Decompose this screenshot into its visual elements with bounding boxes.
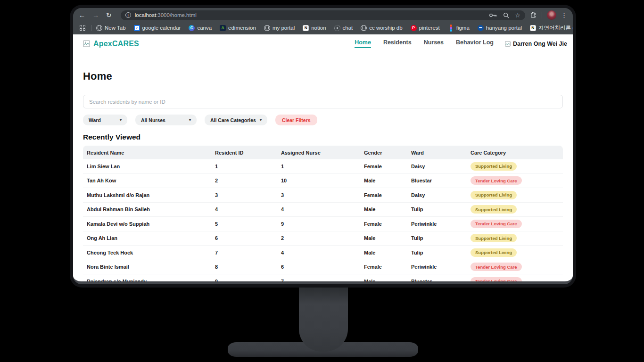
cell-resident-id: 3 <box>215 192 281 198</box>
table-row[interactable]: Kamala Devi w/o Suppiah 5 9 Female Periw… <box>83 217 563 231</box>
back-icon[interactable]: ← <box>79 12 85 18</box>
cell-resident-id: 9 <box>215 279 281 281</box>
broken-image-icon <box>83 40 90 47</box>
nav-item-nurses[interactable]: Nurses <box>424 39 444 48</box>
url-text: localhost:3000/home.html <box>135 12 197 18</box>
cell-ward: Daisy <box>411 192 471 198</box>
cell-gender: Male <box>364 206 411 212</box>
web-page: ApexCARES Home Residents Nurses Behavior… <box>73 34 573 281</box>
table-row[interactable]: Nora Binte Ismail 8 6 Female Periwinkle … <box>83 260 563 275</box>
cell-resident-name: Ong Ah Lian <box>87 235 215 241</box>
cell-assigned-nurse: 3 <box>281 192 364 198</box>
password-key-icon[interactable] <box>489 13 497 18</box>
bookmark-icon <box>334 25 340 31</box>
bookmark-item[interactable]: hanyang portal <box>478 25 522 31</box>
bookmark-icon <box>264 25 270 31</box>
page-content: Home Ward ▾ All Nurses ▾ All Care Catego… <box>73 70 573 281</box>
bookmark-item[interactable]: New Tab <box>96 25 126 31</box>
cell-ward: Periwinkle <box>411 221 471 227</box>
brand[interactable]: ApexCARES <box>83 40 139 48</box>
table-row[interactable]: Muthu Lakshmi d/o Rajan 3 3 Female Daisy… <box>83 188 563 203</box>
extensions-icon[interactable] <box>530 11 537 20</box>
filter-dropdown[interactable]: All Nurses ▾ <box>135 115 197 125</box>
table-header-cell: Ward <box>411 150 471 156</box>
bookmark-label: cc worship db <box>369 25 402 31</box>
filter-label: All Care Categories <box>210 117 256 123</box>
table-row[interactable]: Rajendran s/o Muniandy 9 7 Male Bluestar… <box>83 274 563 281</box>
toolbar-divider <box>542 12 542 18</box>
monitor-stand-neck <box>299 286 348 352</box>
bookmark-item[interactable]: google calendar <box>134 25 181 31</box>
search-input[interactable] <box>83 95 563 108</box>
cell-gender: Male <box>364 250 411 255</box>
bookmark-label: New Tab <box>105 25 126 31</box>
url-path: :3000/home.html <box>156 12 197 18</box>
user-chip[interactable]: Darren Ong Wei Jie <box>505 41 567 47</box>
user-broken-image-icon <box>505 41 511 47</box>
profile-avatar[interactable] <box>547 10 556 20</box>
filter-dropdown[interactable]: All Care Categories ▾ <box>205 115 267 125</box>
bookmark-item[interactable]: cc worship db <box>361 25 402 31</box>
nav-item-behavior-log[interactable]: Behavior Log <box>456 39 494 48</box>
address-bar[interactable]: i localhost:3000/home.html ☆ <box>121 10 525 20</box>
site-info-icon[interactable]: i <box>125 12 131 18</box>
cell-gender: Female <box>364 264 411 270</box>
zoom-icon[interactable] <box>503 12 509 18</box>
bookmark-icon <box>448 25 454 31</box>
bookmark-label: notion <box>311 25 326 31</box>
apps-grid-icon[interactable] <box>80 25 85 31</box>
bookmark-icon <box>220 25 226 31</box>
table-row[interactable]: Lim Siew Lan 1 1 Female Daisy Supported … <box>83 159 563 174</box>
cell-assigned-nurse: 2 <box>281 235 364 241</box>
monitor-screen: ← → ↻ i localhost:3000/home.html ☆ <box>73 8 573 284</box>
filters-row: Ward ▾ All Nurses ▾ All Care Categories … <box>83 115 563 125</box>
bookmark-item[interactable]: notion <box>303 25 326 31</box>
bookmark-label: hanyang portal <box>486 25 522 31</box>
bookmark-item[interactable]: 자연어처리론 (Natur... <box>530 25 573 32</box>
care-category-badge: Tender Loving Care <box>471 277 522 281</box>
cell-resident-name: Tan Ah Kow <box>87 178 215 183</box>
table-header-cell: Care Category <box>471 150 559 156</box>
bookmark-item[interactable]: pinterest <box>411 25 440 31</box>
table-header-cell: Assigned Nurse <box>281 150 364 156</box>
cell-resident-id: 7 <box>215 250 281 255</box>
bookmark-icon <box>134 25 140 31</box>
bookmark-item[interactable]: edimension <box>220 25 256 31</box>
bookmark-label: pinterest <box>419 25 440 31</box>
bookmark-item[interactable]: canva <box>189 25 212 31</box>
desktop-background: ← → ↻ i localhost:3000/home.html ☆ <box>0 0 644 362</box>
bookmark-icon <box>530 25 536 31</box>
nav-item-residents[interactable]: Residents <box>383 39 412 48</box>
menu-kebab-icon[interactable]: ⋮ <box>561 12 567 19</box>
bookmarks-bar: New Tab google calendar canva edimension… <box>73 22 573 34</box>
table-row[interactable]: Tan Ah Kow 2 10 Male Bluestar Tender Lov… <box>83 174 563 189</box>
clear-filters-button[interactable]: Clear Filters <box>275 115 317 125</box>
cell-ward: Bluestar <box>411 279 471 281</box>
cell-resident-name: Cheong Teck Hock <box>87 250 215 255</box>
bookmark-item[interactable]: chat <box>334 25 353 31</box>
filter-dropdown[interactable]: Ward ▾ <box>83 115 127 125</box>
bookmarks-divider <box>91 25 92 31</box>
cell-resident-id: 1 <box>215 164 281 169</box>
bookmark-item[interactable]: my portal <box>264 25 295 31</box>
bookmark-star-icon[interactable]: ☆ <box>515 12 520 19</box>
bookmark-label: canva <box>197 25 212 31</box>
care-category-badge: Supported Living <box>471 191 517 199</box>
bookmark-item[interactable]: figma <box>448 25 470 31</box>
care-category-badge: Tender Loving Care <box>471 263 522 271</box>
forward-icon[interactable]: → <box>92 12 99 18</box>
bookmark-label: my portal <box>272 25 295 31</box>
reload-icon[interactable]: ↻ <box>106 12 112 18</box>
bookmarks-list: New Tab google calendar canva edimension… <box>96 25 573 32</box>
nav-item-home[interactable]: Home <box>355 39 371 48</box>
cell-resident-name: Kamala Devi w/o Suppiah <box>87 221 215 227</box>
chevron-down-icon: ▾ <box>260 118 262 122</box>
table-row[interactable]: Ong Ah Lian 6 2 Male Tulip Supported Liv… <box>83 231 563 246</box>
cell-resident-name: Rajendran s/o Muniandy <box>87 279 215 281</box>
table-row[interactable]: Abdul Rahman Bin Salleh 4 4 Male Tulip S… <box>83 203 563 217</box>
cell-assigned-nurse: 4 <box>281 206 364 212</box>
cell-resident-id: 5 <box>215 221 281 227</box>
table-row[interactable]: Cheong Teck Hock 7 4 Male Tulip Supporte… <box>83 246 563 260</box>
table-body: Lim Siew Lan 1 1 Female Daisy Supported … <box>83 159 563 281</box>
cell-gender: Female <box>364 221 411 227</box>
